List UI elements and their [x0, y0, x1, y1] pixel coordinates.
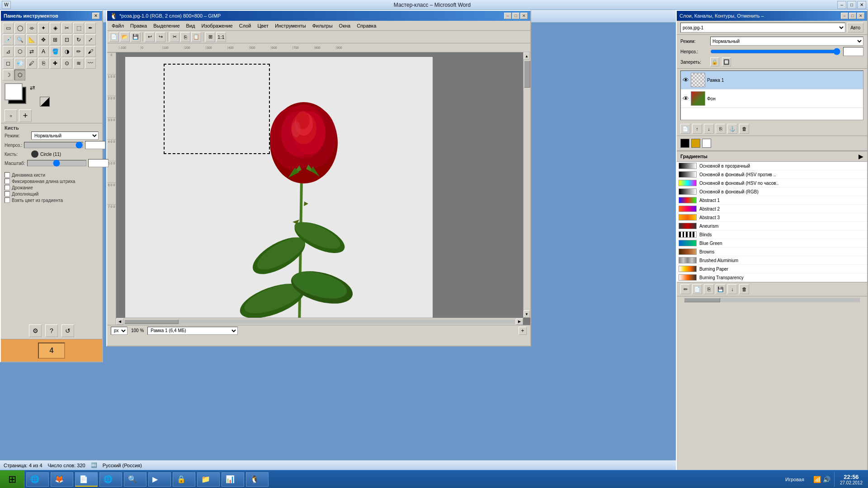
- layer-eye-fon[interactable]: 👁: [683, 95, 689, 102]
- menu-item-[interactable]: Фильтры: [310, 22, 335, 29]
- dynamics-checkbox[interactable]: [5, 172, 10, 178]
- gradient-item-13[interactable]: Burning Transparency: [677, 273, 867, 282]
- taskbar-item-slides[interactable]: 📊: [222, 472, 244, 487]
- taskbar-item-media[interactable]: ▶: [148, 472, 171, 487]
- tool-free-select[interactable]: ⌯: [26, 23, 37, 33]
- menu-item-[interactable]: Справка: [354, 22, 379, 29]
- taskbar-item-search[interactable]: 🔍: [124, 472, 146, 487]
- gradient-new-btn[interactable]: 📄: [692, 284, 702, 294]
- scroll-up-btn[interactable]: ▲: [524, 52, 530, 60]
- gradient-duplicate-btn[interactable]: ⎘: [704, 284, 714, 294]
- toolbar-paste[interactable]: 📋: [191, 32, 201, 42]
- fg-color-swatch[interactable]: [5, 83, 23, 100]
- gimp-minimize-btn[interactable]: –: [504, 13, 511, 19]
- tool-zoom[interactable]: 🔍: [14, 34, 25, 45]
- gradient-item-4[interactable]: Abstract 1: [677, 196, 867, 205]
- unit-dropdown[interactable]: px: [111, 327, 127, 335]
- scroll-down-btn[interactable]: ▼: [524, 310, 530, 318]
- tool-ink[interactable]: 🖊: [26, 58, 37, 69]
- tool-eraser[interactable]: ◻: [3, 58, 14, 69]
- scroll-left-btn[interactable]: ◀: [116, 319, 123, 325]
- layer-duplicate-btn[interactable]: ⎘: [716, 124, 726, 134]
- layer-item-ramka[interactable]: 👁 Рамка 1: [681, 71, 863, 89]
- tool-help-btn[interactable]: ?: [45, 324, 58, 337]
- horizontal-scrollbar[interactable]: ◀ ▶: [116, 318, 523, 325]
- taskbar-item-word[interactable]: 📄: [75, 472, 98, 487]
- layer-mode-dropdown[interactable]: Нормальный: [710, 37, 863, 46]
- tool-clone[interactable]: ⎘: [38, 58, 49, 69]
- word-close-btn[interactable]: ✕: [857, 1, 866, 9]
- lock-pixels-btn[interactable]: 🔒: [710, 57, 719, 66]
- size-small-btn[interactable]: ▫: [5, 109, 17, 122]
- tool-rect-select[interactable]: ▭: [3, 23, 14, 33]
- start-button[interactable]: ⊞: [0, 470, 24, 488]
- swap-colors-btn[interactable]: ⇄: [30, 84, 35, 91]
- tool-paintbrush[interactable]: 🖌: [85, 46, 96, 57]
- tremor-checkbox[interactable]: [5, 185, 10, 190]
- tool-crop[interactable]: ⊡: [61, 34, 72, 45]
- gradient-item-5[interactable]: Abstract 2: [677, 205, 867, 213]
- tool-rotate[interactable]: ↻: [73, 34, 84, 45]
- tool-text[interactable]: A: [38, 46, 49, 57]
- scroll-thumb-v[interactable]: [524, 61, 530, 88]
- size-large-btn[interactable]: +: [19, 109, 32, 122]
- tool-extra1[interactable]: ⬡: [14, 70, 25, 80]
- gradient-delete-btn[interactable]: 🗑: [739, 284, 749, 294]
- tool-measure[interactable]: 📐: [26, 34, 37, 45]
- scale-value[interactable]: 1,00: [88, 159, 108, 167]
- menu-item-[interactable]: Вид: [184, 22, 198, 29]
- tool-bucket-fill[interactable]: 🪣: [50, 46, 61, 57]
- gimp-close-btn[interactable]: ✕: [520, 13, 528, 19]
- gradient-lower-btn[interactable]: ↓: [727, 284, 737, 294]
- taskbar-item-gimp[interactable]: 🐧: [246, 472, 269, 487]
- menu-item-[interactable]: Правка: [127, 22, 150, 29]
- layers-maximize-btn[interactable]: □: [849, 13, 856, 19]
- toolbar-save[interactable]: 💾: [131, 32, 141, 42]
- layer-opacity-slider[interactable]: [710, 48, 840, 55]
- toolbar-zoom-1to1[interactable]: 1:1: [216, 32, 226, 42]
- menu-item-[interactable]: Выделение: [151, 22, 182, 29]
- gradient-item-6[interactable]: Abstract 3: [677, 213, 867, 222]
- statusbar-plus-btn[interactable]: +: [519, 327, 527, 335]
- gradient-item-10[interactable]: Browns: [677, 248, 867, 256]
- layer-item-fon[interactable]: 👁 Фон: [681, 89, 863, 108]
- taskbar-item-folder[interactable]: 📁: [197, 472, 220, 487]
- tool-scale[interactable]: ⤢: [85, 34, 96, 45]
- tool-ellipse-select[interactable]: ◯: [14, 23, 25, 33]
- swatch-black[interactable]: [680, 139, 689, 148]
- extra-checkbox[interactable]: [5, 191, 10, 197]
- gradient-item-8[interactable]: Blinds: [677, 230, 867, 239]
- scale-slider[interactable]: [27, 160, 86, 166]
- taskbar-item-firefox[interactable]: 🦊: [51, 472, 73, 487]
- gradient-save-btn[interactable]: 💾: [716, 284, 726, 294]
- menu-item-[interactable]: Файл: [109, 22, 127, 29]
- tool-align[interactable]: ⊞: [50, 34, 61, 45]
- gradient-item-9[interactable]: Blue Green: [677, 239, 867, 248]
- toolbar-redo[interactable]: ↪: [156, 32, 165, 42]
- tool-shear[interactable]: ⊿: [3, 46, 14, 57]
- toolbar-zoom-fit[interactable]: ⊞: [205, 32, 215, 42]
- layer-opacity-value[interactable]: 100,0: [843, 47, 863, 56]
- tool-move[interactable]: ✥: [38, 34, 49, 45]
- toolbar-undo[interactable]: ↩: [145, 32, 155, 42]
- scroll-right-btn[interactable]: ▶: [516, 319, 523, 325]
- tool-reset-btn[interactable]: ↺: [61, 324, 74, 337]
- gradient-scroll-thumb[interactable]: [684, 298, 720, 302]
- tool-options-btn[interactable]: ⚙: [29, 324, 42, 337]
- tool-fuzzy-select[interactable]: ✦: [38, 23, 49, 33]
- swatch-yellow[interactable]: [691, 139, 700, 148]
- layers-close-btn[interactable]: ✕: [857, 13, 864, 19]
- tool-color-select[interactable]: ◈: [50, 23, 61, 33]
- gradient-item-12[interactable]: Burning Paper: [677, 265, 867, 273]
- layer-anchor-btn[interactable]: ⚓: [727, 124, 737, 134]
- menu-item-[interactable]: Окна: [336, 22, 354, 29]
- tool-heal[interactable]: ✚: [50, 58, 61, 69]
- toolbar-copy[interactable]: ⎘: [180, 32, 190, 42]
- layers-minimize-btn[interactable]: –: [841, 13, 848, 19]
- tool-scissors[interactable]: ✂: [61, 23, 72, 33]
- menu-item-[interactable]: Инструменты: [272, 22, 309, 29]
- taskbar-item-lock[interactable]: 🔒: [173, 472, 195, 487]
- opacity-slider[interactable]: [24, 142, 83, 148]
- image-select[interactable]: роза.jpg-1: [680, 23, 845, 33]
- tool-perspective-clone[interactable]: ⊙: [61, 58, 72, 69]
